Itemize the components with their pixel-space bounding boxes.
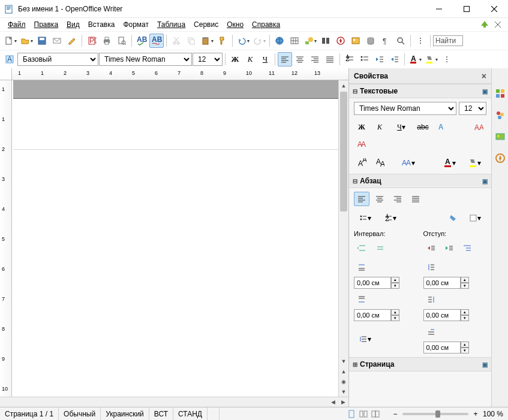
sb-align-justify[interactable] [408,192,423,206]
section-text-header[interactable]: ⊟Текстовые ▣ [349,84,491,98]
status-insert-mode[interactable]: ВСТ [149,407,173,420]
undo-button[interactable]: ▾ [235,34,251,48]
edit-tool-button[interactable] [65,34,79,48]
italic-button[interactable]: К [243,52,257,67]
sb-shadow-button[interactable]: A [433,120,449,134]
hyperlink-button[interactable] [272,34,287,48]
scroll-down-button[interactable]: ▼ [339,356,348,366]
zoom-out-button[interactable]: − [390,409,400,419]
sb-italic-button[interactable]: К [372,120,387,134]
sb-dec-indent[interactable] [441,241,457,255]
sidebar-font-select[interactable]: Times New Roman [354,102,456,115]
vertical-ruler[interactable]: 112345678910 [0,80,12,397]
minimize-button[interactable] [425,0,453,18]
data-sources-button[interactable] [363,34,378,48]
sb-hanging-indent[interactable] [459,241,475,255]
hscroll-right[interactable]: ▶ [338,397,348,407]
spellcheck-button[interactable]: ABC [134,34,149,48]
nonprinting-button[interactable]: ¶ [378,34,393,48]
tab-styles[interactable] [493,108,507,122]
align-center-button[interactable] [293,52,307,67]
paste-button[interactable]: ▾ [199,34,215,48]
sb-highlight-button[interactable]: ▾ [464,156,486,170]
font-name-select[interactable]: Times New Roman [99,53,192,66]
menu-edit[interactable]: Правка [30,19,63,30]
space-above-down[interactable]: ▾ [391,283,399,289]
menu-view[interactable]: Вид [62,19,84,30]
underline-button[interactable]: Ч [258,52,272,67]
font-size-select[interactable]: 12 [193,53,223,66]
table-button[interactable] [287,34,302,48]
toolbar2-overflow[interactable] [440,52,454,67]
vertical-scrollbar[interactable]: ▲ ▼ ▲ ◉ ▼ [338,80,348,397]
scroll-thumb[interactable] [340,92,347,211]
status-selection-mode[interactable]: СТАНД [173,407,208,420]
zoom-button[interactable] [393,34,408,48]
nav-target-button[interactable]: ◉ [339,376,348,386]
sb-grow-font-button[interactable]: AA [471,120,486,134]
document-page[interactable] [12,80,338,397]
indent-right-input[interactable] [423,309,461,321]
navigator-button[interactable] [333,34,348,48]
section-text-more-icon[interactable]: ▣ [482,88,488,95]
view-single-page[interactable] [346,409,357,419]
bold-button[interactable]: Ж [228,52,242,67]
export-pdf-button[interactable]: PDF [85,34,99,48]
space-below-input[interactable] [354,309,391,321]
line-spacing-button[interactable]: ▾ [354,332,377,346]
space-above-up[interactable]: ▴ [391,277,399,283]
update-icon[interactable] [478,18,491,31]
sb-spacing-button[interactable]: AA▾ [397,156,420,170]
sb-bgcolor-drop[interactable]: ▾ [464,211,486,225]
zoom-slider[interactable] [402,413,468,415]
align-left-button[interactable] [278,52,292,67]
menu-help[interactable]: Справка [248,19,284,30]
menu-insert[interactable]: Вставка [84,19,119,30]
view-multi-page[interactable] [358,409,369,419]
sb-bgcolor-button[interactable] [446,211,461,225]
paragraph-style-select[interactable]: Базовый [17,53,98,66]
close-doc-icon[interactable] [491,18,504,31]
sb-inc-spacing[interactable] [354,241,369,255]
sb-superscript-button[interactable]: AA [354,156,369,170]
align-justify-button[interactable] [323,52,337,67]
tab-properties[interactable] [493,86,507,101]
sb-shrink-font-button[interactable]: AA [354,137,369,151]
sb-strike-button[interactable]: abc [415,120,431,134]
cut-button[interactable] [169,34,184,48]
highlight-button[interactable]: ▾ [423,52,439,67]
find-replace-button[interactable] [318,34,333,48]
menu-tools[interactable]: Сервис [190,19,223,30]
sb-font-color-button[interactable]: A▾ [438,156,461,170]
prev-page-nav[interactable]: ▲ [339,366,348,376]
section-page-header[interactable]: ⊞Страница ▣ [349,357,491,371]
bullet-list-button[interactable] [357,52,372,67]
section-para-more-icon[interactable]: ▣ [482,178,488,185]
redo-button[interactable]: ▾ [251,34,267,48]
status-page[interactable]: Страница 1 / 1 [0,407,59,420]
sb-inc-indent[interactable] [423,241,439,255]
sb-align-left[interactable] [354,192,369,206]
numbered-list-button[interactable]: 12 [342,52,357,67]
menu-file[interactable]: Файл [4,19,30,30]
sb-dec-spacing[interactable] [372,241,387,255]
auto-spellcheck-button[interactable]: ABC [149,34,164,48]
status-language[interactable]: Украинский [101,407,149,420]
menu-format[interactable]: Формат [119,19,153,30]
decrease-indent-button[interactable] [372,52,387,67]
maximize-button[interactable] [453,0,480,18]
save-button[interactable] [35,34,49,48]
tab-navigator[interactable] [493,151,507,165]
find-input[interactable]: Найти [433,35,463,46]
align-right-button[interactable] [308,52,322,67]
sidebar-close-icon[interactable]: × [482,71,486,81]
styles-button[interactable]: A [2,52,17,67]
status-style[interactable]: Обычный [59,407,101,420]
print-button[interactable] [100,34,114,48]
email-button[interactable] [50,34,64,48]
menu-table[interactable]: Таблица [153,19,190,30]
first-line-input[interactable] [423,342,461,353]
new-button[interactable]: ▾ [2,34,18,48]
section-paragraph-header[interactable]: ⊟Абзац ▣ [349,174,491,188]
gallery-button[interactable] [348,34,363,48]
